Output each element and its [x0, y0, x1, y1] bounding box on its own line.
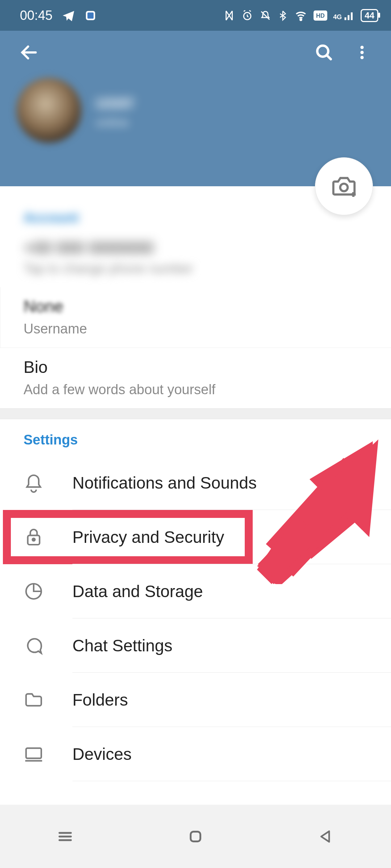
svg-marker-40	[321, 831, 329, 842]
svg-rect-8	[351, 12, 353, 20]
svg-rect-39	[191, 831, 201, 841]
username-value: None	[24, 297, 367, 316]
status-bar: 00:45 HD	[0, 0, 391, 31]
folder-icon	[24, 690, 44, 710]
system-nav-bar	[0, 805, 391, 868]
phone-value: +00 000 0000000	[24, 238, 367, 258]
settings-label: Data and Storage	[72, 582, 203, 601]
settings-label: Folders	[72, 690, 128, 710]
settings-item-notifications[interactable]: Notifications and Sounds	[0, 456, 391, 510]
profile-status: online	[96, 115, 134, 129]
settings-item-data[interactable]: Data and Storage	[0, 564, 391, 618]
app-icon	[84, 9, 97, 22]
bell-icon	[24, 473, 44, 493]
telegram-icon	[62, 9, 75, 22]
settings-item-chat[interactable]: Chat Settings	[0, 618, 391, 673]
lock-icon	[24, 527, 44, 547]
settings-item-folders[interactable]: Folders	[0, 673, 391, 727]
settings-panel: Settings Notifications and Sounds Privac…	[0, 419, 391, 781]
nav-home-button[interactable]	[174, 822, 217, 851]
svg-point-11	[360, 51, 363, 54]
signal-icon: 4G	[333, 10, 355, 21]
wifi-icon	[294, 9, 308, 22]
status-time: 00:45	[20, 8, 52, 23]
svg-point-10	[360, 46, 363, 49]
section-gap	[0, 408, 391, 419]
bio-value: Bio	[24, 357, 367, 377]
network-label: 4G	[333, 13, 342, 21]
profile-text: user online	[96, 92, 134, 129]
profile-row[interactable]: user online	[0, 74, 391, 146]
devices-icon	[24, 744, 44, 764]
svg-rect-6	[345, 17, 346, 20]
nav-back-button[interactable]	[304, 822, 348, 851]
svg-rect-17	[26, 748, 41, 758]
pie-chart-icon	[24, 581, 44, 601]
search-button[interactable]	[310, 38, 339, 67]
profile-name: user	[96, 92, 134, 112]
svg-point-15	[33, 539, 35, 541]
battery-percent: 44	[365, 10, 374, 20]
profile-header: user online	[0, 31, 391, 186]
battery-indicator: 44	[361, 9, 378, 22]
settings-label: Chat Settings	[72, 636, 172, 655]
phone-hint: Tap to change phone number	[24, 261, 367, 276]
username-row[interactable]: None Username	[0, 287, 391, 348]
more-options-button[interactable]	[348, 38, 377, 67]
settings-label: Devices	[72, 744, 132, 764]
username-label: Username	[24, 321, 367, 337]
hd-icon: HD	[314, 10, 327, 21]
mute-icon	[259, 9, 272, 22]
svg-point-3	[300, 19, 302, 20]
nfc-icon	[223, 9, 235, 22]
bio-row[interactable]: Bio Add a few words about yourself	[0, 348, 391, 408]
svg-point-12	[360, 56, 363, 59]
app-bar	[0, 31, 391, 74]
settings-item-privacy[interactable]: Privacy and Security	[0, 510, 391, 564]
svg-point-13	[340, 184, 348, 191]
settings-label: Privacy and Security	[72, 527, 224, 547]
svg-rect-1	[88, 12, 94, 18]
back-button[interactable]	[14, 38, 43, 67]
status-left: 00:45	[20, 8, 97, 23]
settings-section-title: Settings	[0, 419, 391, 456]
alarm-icon	[241, 9, 253, 22]
status-right: HD 4G 44	[223, 9, 378, 22]
bluetooth-icon	[277, 9, 288, 22]
settings-list: Notifications and Sounds Privacy and Sec…	[0, 456, 391, 781]
phone-row[interactable]: +00 000 0000000 Tap to change phone numb…	[0, 234, 391, 287]
settings-label: Notifications and Sounds	[72, 473, 257, 493]
svg-text:HD: HD	[316, 12, 325, 19]
screen: 00:45 HD	[0, 0, 391, 868]
settings-item-devices[interactable]: Devices	[0, 727, 391, 781]
avatar[interactable]	[16, 78, 81, 143]
svg-rect-7	[348, 15, 350, 20]
account-panel: Account +00 000 0000000 Tap to change ph…	[0, 186, 391, 408]
account-section-title: Account	[0, 197, 391, 234]
chat-icon	[24, 635, 44, 656]
bio-hint: Add a few words about yourself	[24, 382, 367, 397]
nav-recent-button[interactable]	[43, 822, 87, 851]
